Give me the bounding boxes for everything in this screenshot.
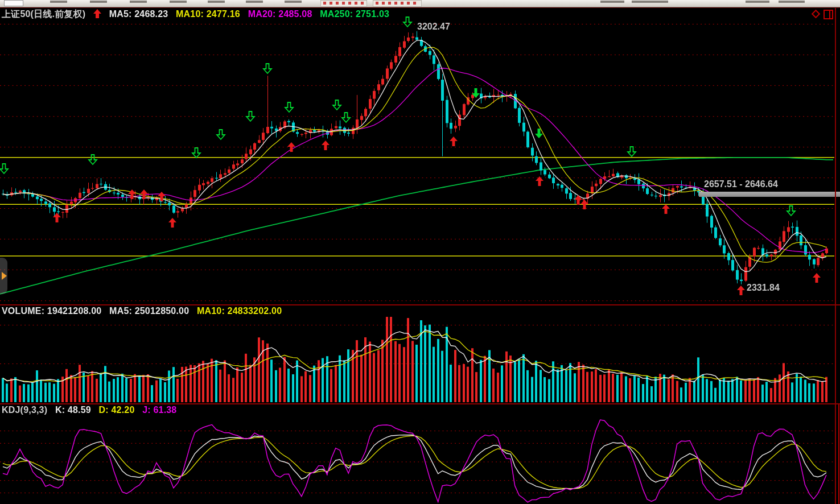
red-up-arrow-icon: [93, 9, 101, 19]
menubar[interactable]: [0, 0, 840, 7]
gap-highlight-bar: [699, 192, 840, 197]
expand-arrow-icon: [2, 272, 7, 280]
app-window: 上证50(日线.前复权) MA5: 2468.23 MA10: 2477.16 …: [0, 0, 840, 504]
panel-divider-main-volume: [0, 304, 840, 305]
menu-item-truncated[interactable]: [170, 1, 187, 3]
kdj-k-label: K: 48.59: [55, 405, 91, 415]
menu-item-truncated[interactable]: [246, 1, 263, 3]
menu-item-truncated[interactable]: [208, 1, 225, 3]
right-border: [835, 8, 836, 504]
volume-ma5-label: MA5: 25012850.00: [109, 306, 189, 316]
menu-item-truncated[interactable]: [779, 1, 805, 3]
menu-item-truncated[interactable]: [90, 1, 107, 3]
quote-text-truncated: [323, 2, 364, 5]
volume-label: VOLUME: 19421208.00: [2, 306, 101, 316]
menu-item-truncated[interactable]: [130, 1, 147, 3]
main-chart-header: 上证50(日线.前复权) MA5: 2468.23 MA10: 2477.16 …: [2, 9, 394, 20]
quote-button[interactable]: [320, 0, 367, 7]
menu-item-truncated[interactable]: [746, 1, 769, 3]
ma5-label: MA5: 2468.23: [109, 9, 168, 19]
menu-item-truncated[interactable]: [285, 1, 302, 3]
ma20-label: MA20: 2485.08: [248, 9, 312, 19]
window-layout-icon[interactable]: [823, 10, 833, 19]
menu-item-truncated[interactable]: [600, 1, 624, 3]
quote-button[interactable]: [373, 0, 422, 7]
volume-ma10-label: MA10: 24833202.00: [197, 306, 282, 316]
chart-title: 上证50(日线.前复权): [2, 9, 85, 19]
chart-canvas[interactable]: [0, 0, 840, 504]
menu-item-truncated[interactable]: [632, 1, 668, 3]
high-price-label: 3202.47: [417, 22, 450, 32]
kdj-d-label: D: 42.20: [99, 405, 135, 415]
ma250-label: MA250: 2751.03: [320, 9, 389, 19]
kdj-header: KDJ(9,3,3) K: 48.59 D: 42.20 J: 61.38: [2, 405, 182, 415]
sidebar-expand-tab[interactable]: [0, 258, 7, 294]
volume-header: VOLUME: 19421208.00 MA5: 25012850.00 MA1…: [2, 306, 287, 316]
top-border: [0, 7, 840, 8]
panel-divider-volume-kdj: [0, 403, 840, 404]
ma10-label: MA10: 2477.16: [176, 9, 240, 19]
menubar-start-button[interactable]: [4, 0, 23, 6]
window-split-line: [829, 11, 830, 18]
quote-text-truncated: [376, 2, 419, 5]
kdj-j-label: J: 61.38: [142, 405, 176, 415]
kdj-title: KDJ(9,3,3): [2, 405, 47, 415]
menu-item-truncated[interactable]: [50, 1, 67, 3]
right-border-outer: [838, 404, 839, 504]
low-price-label: 2331.84: [747, 283, 780, 293]
gap-range-label: 2657.51 - 2646.64: [704, 179, 778, 189]
